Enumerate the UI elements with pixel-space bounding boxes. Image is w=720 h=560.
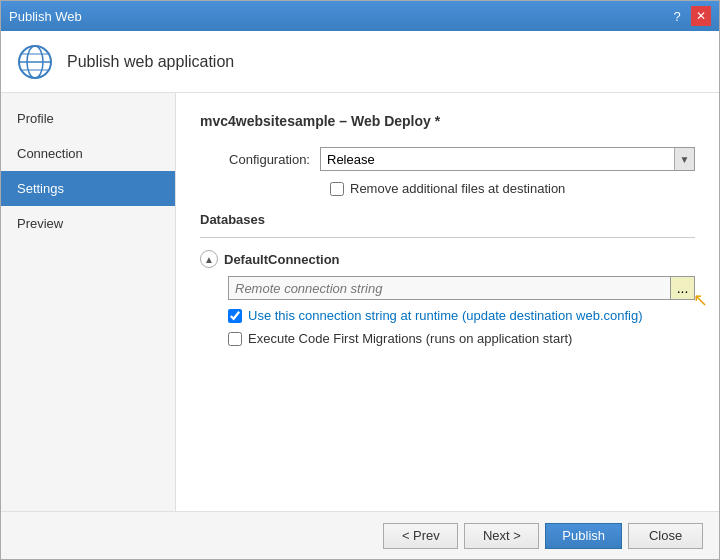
sidebar-item-connection[interactable]: Connection — [1, 136, 175, 171]
sidebar-item-preview[interactable]: Preview — [1, 206, 175, 241]
sidebar: Profile Connection Settings Preview — [1, 93, 176, 511]
titlebar: Publish Web ? ✕ — [1, 1, 719, 31]
databases-title: Databases — [200, 212, 695, 227]
configuration-select-arrow: ▼ — [674, 148, 694, 170]
section-divider-line — [200, 237, 695, 238]
configuration-value: Release — [327, 152, 375, 167]
connection-string-button[interactable]: ... ↖ — [671, 276, 695, 300]
help-button[interactable]: ? — [667, 6, 687, 26]
publish-web-dialog: Publish Web ? ✕ Publish web application … — [0, 0, 720, 560]
remove-files-label: Remove additional files at destination — [350, 181, 565, 196]
use-connection-string-checkbox[interactable] — [228, 309, 242, 323]
configuration-label: Configuration: — [200, 152, 320, 167]
db-item-body: ... ↖ Use this connection string at runt… — [228, 276, 695, 346]
configuration-select[interactable]: Release ▼ — [320, 147, 695, 171]
sidebar-item-settings[interactable]: Settings — [1, 171, 175, 206]
close-button[interactable]: ✕ — [691, 6, 711, 26]
page-title: mvc4websitesample – Web Deploy * — [200, 113, 695, 129]
execute-migrations-row: Execute Code First Migrations (runs on a… — [228, 331, 695, 346]
close-footer-button[interactable]: Close — [628, 523, 703, 549]
connection-string-row: ... ↖ — [228, 276, 695, 300]
db-item-header: ▲ DefaultConnection — [200, 250, 695, 268]
header-title: Publish web application — [67, 53, 234, 71]
execute-migrations-label: Execute Code First Migrations (runs on a… — [248, 331, 572, 346]
db-button-icon: ... — [677, 280, 689, 296]
prev-button[interactable]: < Prev — [383, 523, 458, 549]
titlebar-buttons: ? ✕ — [667, 6, 711, 26]
remove-files-row: Remove additional files at destination — [330, 181, 695, 196]
cursor-indicator: ↖ — [693, 289, 708, 311]
db-item-name: DefaultConnection — [224, 252, 340, 267]
dialog-body: Profile Connection Settings Preview mvc4… — [1, 93, 719, 511]
main-content: mvc4websitesample – Web Deploy * Configu… — [176, 93, 719, 511]
header-banner: Publish web application — [1, 31, 719, 93]
connection-string-input[interactable] — [228, 276, 671, 300]
sidebar-item-profile[interactable]: Profile — [1, 101, 175, 136]
globe-icon — [17, 44, 53, 80]
remove-files-checkbox[interactable] — [330, 182, 344, 196]
configuration-row: Configuration: Release ▼ — [200, 147, 695, 171]
db-collapse-button[interactable]: ▲ — [200, 250, 218, 268]
execute-migrations-checkbox[interactable] — [228, 332, 242, 346]
use-connection-string-row: Use this connection string at runtime (u… — [228, 308, 695, 323]
publish-button[interactable]: Publish — [545, 523, 622, 549]
footer: < Prev Next > Publish Close — [1, 511, 719, 559]
databases-section: Databases — [200, 212, 695, 238]
next-button[interactable]: Next > — [464, 523, 539, 549]
db-section: ▲ DefaultConnection ... ↖ — [200, 250, 695, 346]
use-connection-string-label: Use this connection string at runtime (u… — [248, 308, 643, 323]
window-title: Publish Web — [9, 9, 82, 24]
